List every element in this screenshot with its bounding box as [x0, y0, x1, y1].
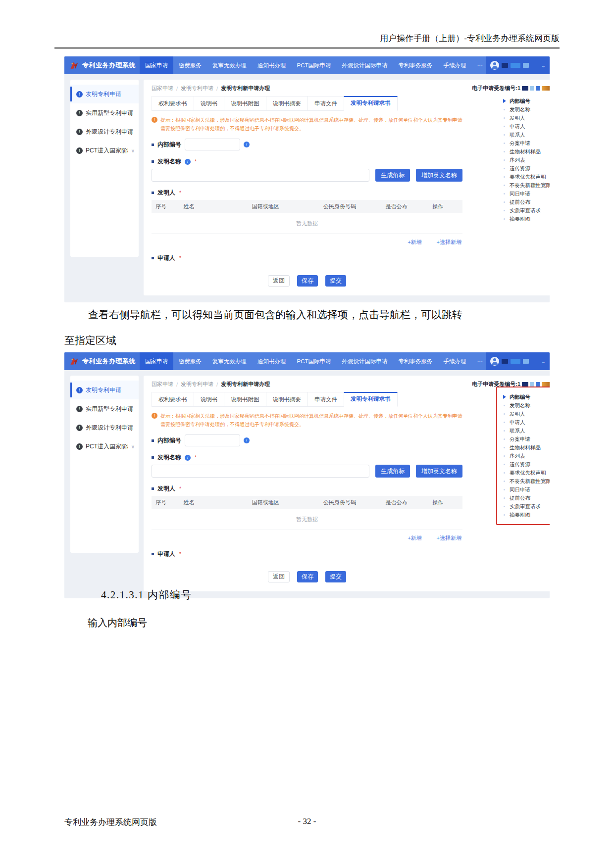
topnav-item-procedure-handling[interactable]: 手续办理: [438, 56, 472, 74]
sidebar-item-design-patent[interactable]: 外观设计专利申请: [70, 122, 139, 141]
add-new-link[interactable]: +新增: [408, 534, 421, 542]
sidebar-item-invention-patent[interactable]: 发明专利申请: [70, 381, 139, 399]
anchor-sequence-listing[interactable]: 序列表: [503, 452, 550, 460]
anchor-priority-claim[interactable]: 要求优先权声明: [503, 173, 550, 181]
anchor-invention-name[interactable]: 发明名称: [503, 105, 550, 114]
topnav-item-notice-handling[interactable]: 通知书办理: [252, 56, 292, 74]
sidebar-item-pct-national-phase[interactable]: PCT进入国家阶段申请 ∨: [70, 141, 139, 160]
sidebar-item-utility-model[interactable]: 实用新型专利申请: [70, 103, 139, 122]
sidebar-item-utility-model[interactable]: 实用新型专利申请: [70, 399, 139, 418]
inventor-row: 发明人 *: [152, 189, 462, 197]
generate-superscript-button[interactable]: 生成角标: [375, 169, 410, 182]
topnav-item-more-ellipsis[interactable]: ···: [472, 352, 487, 370]
breadcrumb-item[interactable]: 发明专利申请: [181, 381, 213, 388]
topnav-item-reexamination[interactable]: 复审无效办理: [207, 352, 252, 370]
anchor-early-publication[interactable]: 提前公布: [503, 494, 550, 502]
tab-description[interactable]: 说明书: [194, 392, 225, 407]
anchor-divisional-application[interactable]: 分案申请: [503, 139, 550, 147]
back-button[interactable]: 返回: [268, 571, 290, 582]
tab-description[interactable]: 说明书: [194, 96, 225, 111]
anchor-internal-number[interactable]: 内部编号: [503, 393, 550, 401]
topnav-item-pct-international[interactable]: PCT国际申请: [292, 352, 337, 370]
topnav-item-national-application[interactable]: 国家申请: [140, 56, 173, 74]
anchor-novelty-grace[interactable]: 不丧失新颖性宽限...: [503, 181, 550, 190]
tab-invention-request-form[interactable]: 发明专利请求书: [344, 96, 398, 111]
add-english-name-button[interactable]: 增加英文名称: [416, 465, 462, 478]
topnav-item-design-international[interactable]: 外观设计国际申请: [337, 56, 393, 74]
tab-abstract[interactable]: 说明书摘要: [266, 96, 308, 111]
anchor-substantive-examination[interactable]: 实质审查请求: [503, 206, 550, 215]
anchor-genetic-resources[interactable]: 遗传资源: [503, 460, 550, 469]
anchor-inventor[interactable]: 发明人: [503, 114, 550, 122]
topnav-item-notice-handling[interactable]: 通知书办理: [252, 352, 292, 370]
tab-claims[interactable]: 权利要求书: [152, 96, 194, 111]
anchor-applicant[interactable]: 申请人: [503, 418, 550, 427]
anchor-genetic-resources[interactable]: 遗传资源: [503, 164, 550, 173]
anchor-sequence-listing[interactable]: 序列表: [503, 156, 550, 164]
topnav-item-patent-affairs[interactable]: 专利事务服务: [393, 352, 438, 370]
anchor-internal-number[interactable]: 内部编号: [503, 97, 550, 105]
breadcrumb-item[interactable]: 发明专利申请: [181, 85, 213, 92]
anchor-priority-claim[interactable]: 要求优先权声明: [503, 469, 550, 477]
user-menu[interactable]: ⌄: [486, 352, 550, 370]
tab-abstract[interactable]: 说明书摘要: [266, 392, 308, 407]
generate-superscript-button[interactable]: 生成角标: [375, 465, 410, 478]
topnav-item-fee-service[interactable]: 缴费服务: [173, 56, 207, 74]
breadcrumb-item[interactable]: 国家申请: [152, 85, 173, 92]
topnav-item-procedure-handling[interactable]: 手续办理: [438, 352, 472, 370]
anchor-divisional-application[interactable]: 分案申请: [503, 435, 550, 443]
add-new-link[interactable]: +新增: [408, 239, 421, 246]
tab-invention-request-form[interactable]: 发明专利请求书: [344, 392, 398, 407]
info-icon[interactable]: [244, 142, 250, 147]
topnav-item-reexamination[interactable]: 复审无效办理: [207, 56, 252, 74]
redacted-number-block: [536, 382, 540, 386]
info-icon[interactable]: [185, 455, 191, 461]
topnav-item-design-international[interactable]: 外观设计国际申请: [337, 352, 393, 370]
tab-description-drawings[interactable]: 说明书附图: [224, 392, 266, 407]
redacted-username-block: [511, 359, 520, 364]
add-english-name-button[interactable]: 增加英文名称: [416, 169, 462, 182]
breadcrumb-item[interactable]: 国家申请: [152, 381, 173, 388]
anchor-same-day-application[interactable]: 同日申请: [503, 485, 550, 494]
submit-button[interactable]: 提交: [325, 571, 346, 582]
topnav-item-more-ellipsis[interactable]: ···: [472, 56, 487, 74]
tab-claims[interactable]: 权利要求书: [152, 392, 194, 407]
info-icon[interactable]: [185, 159, 191, 165]
anchor-invention-name[interactable]: 发明名称: [503, 401, 550, 410]
save-button[interactable]: 保存: [297, 275, 318, 287]
save-button[interactable]: 保存: [297, 571, 318, 582]
anchor-same-day-application[interactable]: 同日申请: [503, 190, 550, 198]
submit-button[interactable]: 提交: [325, 275, 346, 287]
back-button[interactable]: 返回: [268, 275, 290, 287]
internal-number-input[interactable]: [185, 434, 240, 446]
topnav-item-pct-international[interactable]: PCT国际申请: [292, 56, 337, 74]
invention-name-input[interactable]: [152, 465, 369, 478]
sidebar-item-invention-patent[interactable]: 发明专利申请: [70, 85, 139, 103]
anchor-applicant[interactable]: 申请人: [503, 122, 550, 131]
sidebar-item-pct-national-phase[interactable]: PCT进入国家阶段申请 ∨: [70, 437, 139, 456]
select-add-link[interactable]: +选择新增: [437, 239, 461, 246]
topnav-item-fee-service[interactable]: 缴费服务: [173, 352, 207, 370]
anchor-biological-material[interactable]: 生物材料样品: [503, 147, 550, 156]
tab-application-files[interactable]: 申请文件: [307, 392, 344, 407]
select-add-link[interactable]: +选择新增: [437, 534, 461, 542]
anchor-inventor[interactable]: 发明人: [503, 410, 550, 418]
sidebar-item-design-patent[interactable]: 外观设计专利申请: [70, 418, 139, 437]
anchor-contact[interactable]: 联系人: [503, 131, 550, 139]
info-icon[interactable]: [244, 437, 250, 443]
anchor-substantive-examination[interactable]: 实质审查请求: [503, 502, 550, 511]
topnav-item-national-application[interactable]: 国家申请: [140, 352, 173, 370]
anchor-biological-material[interactable]: 生物材料样品: [503, 443, 550, 452]
tab-description-drawings[interactable]: 说明书附图: [224, 96, 266, 111]
brand: 专利业务办理系统: [64, 352, 140, 370]
anchor-abstract-drawing[interactable]: 摘要附图: [503, 511, 550, 519]
topnav-item-patent-affairs[interactable]: 专利事务服务: [393, 56, 438, 74]
tab-application-files[interactable]: 申请文件: [307, 96, 344, 111]
user-menu[interactable]: ⌄: [486, 56, 550, 74]
anchor-contact[interactable]: 联系人: [503, 427, 550, 435]
anchor-early-publication[interactable]: 提前公布: [503, 198, 550, 206]
internal-number-input[interactable]: [185, 139, 240, 150]
anchor-abstract-drawing[interactable]: 摘要附图: [503, 215, 550, 223]
invention-name-input[interactable]: [152, 169, 369, 182]
anchor-novelty-grace[interactable]: 不丧失新颖性宽限...: [503, 477, 550, 485]
